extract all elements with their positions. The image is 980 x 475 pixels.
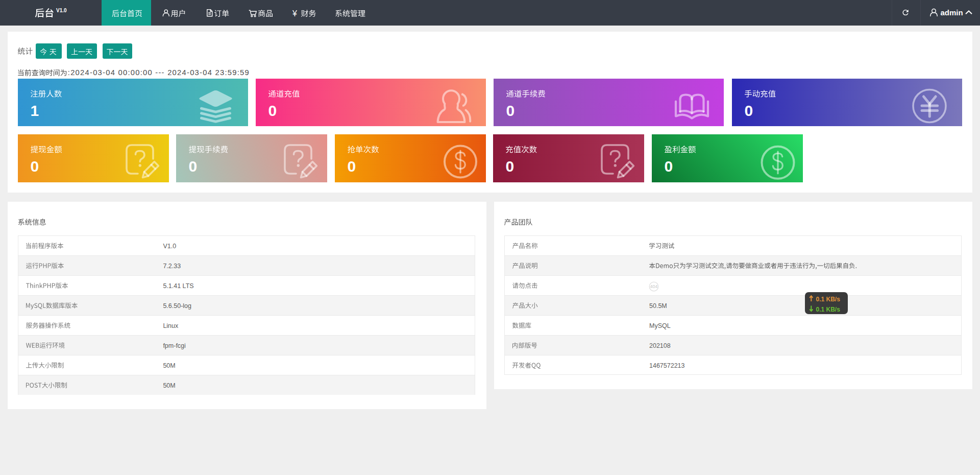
svg-text:0: 0 [348, 158, 356, 175]
svg-text:0.1 KB/s: 0.1 KB/s [816, 306, 841, 313]
svg-text:0: 0 [31, 158, 39, 175]
svg-text:0: 0 [745, 102, 753, 119]
svg-text::2024-03-04 00:00:00 --- 2024-: :2024-03-04 00:00:00 --- 2024-03-04 23:5… [68, 68, 249, 77]
svg-text:¥: ¥ [292, 9, 297, 18]
svg-text:404: 404 [650, 284, 657, 289]
svg-text:7.2.33: 7.2.33 [163, 263, 181, 270]
svg-text:admin: admin [941, 8, 963, 17]
svg-text:0: 0 [268, 102, 277, 119]
svg-text:1: 1 [31, 102, 39, 119]
svg-text:5.6.50-log: 5.6.50-log [163, 302, 191, 310]
svg-text:50M: 50M [163, 362, 175, 369]
svg-text:50.5M: 50.5M [649, 302, 667, 310]
svg-text:0.1 KB/s: 0.1 KB/s [816, 296, 841, 303]
svg-text:50M: 50M [163, 382, 175, 389]
svg-text:0: 0 [506, 102, 515, 119]
svg-text:0: 0 [189, 158, 198, 175]
svg-text:0: 0 [665, 158, 673, 175]
svg-text:MySQL: MySQL [649, 322, 671, 329]
svg-text:Linux: Linux [163, 322, 179, 329]
svg-text:V1.0: V1.0 [163, 243, 176, 250]
svg-text:V1.0: V1.0 [56, 8, 67, 13]
svg-text:202108: 202108 [649, 342, 671, 349]
svg-text:0: 0 [506, 158, 514, 175]
svg-text:1467572213: 1467572213 [649, 362, 685, 369]
svg-text:fpm-fcgi: fpm-fcgi [163, 342, 185, 349]
svg-text:5.1.41 LTS: 5.1.41 LTS [163, 282, 193, 290]
